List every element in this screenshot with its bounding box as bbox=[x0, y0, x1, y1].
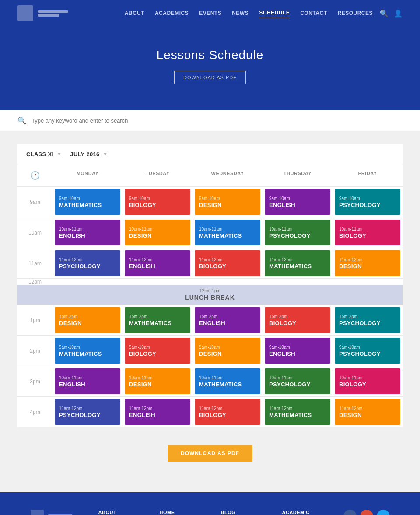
lesson-thu-1pm[interactable]: 1pm-2pm BIOLOGY bbox=[265, 307, 330, 333]
google-plus-icon[interactable]: g+ bbox=[360, 510, 373, 515]
lesson-mon-10am[interactable]: 10am-11am ENGLISH bbox=[55, 220, 120, 245]
filters-bar: CLASS XI ▼ JULY 2016 ▼ bbox=[18, 144, 402, 165]
search-icon[interactable]: 🔍 bbox=[380, 9, 388, 18]
nav-news[interactable]: NEWS bbox=[232, 8, 248, 18]
lesson-tue-1pm[interactable]: 1pm-2pm MATHEMATICS bbox=[125, 307, 190, 333]
schedule-row-lunch: 12pm 12pm-1pm LUNCH BREAK bbox=[18, 279, 402, 305]
cell-thu-9am: 9am-10am ENGLISH bbox=[262, 187, 332, 217]
cell-tue-9am: 9am-10am BIOLOGY bbox=[122, 187, 192, 217]
footer-blog-title: BLOG bbox=[221, 510, 265, 515]
schedule-row-4pm: 4pm 11am-12pm PSYCHOLOGY 11am-12pm ENGLI… bbox=[18, 397, 402, 427]
lesson-fri-2pm[interactable]: 9am-10am PSYCHOLOGY bbox=[335, 338, 400, 364]
twitter-icon[interactable]: t bbox=[377, 510, 390, 515]
cell-tue-4pm: 11am-12pm ENGLISH bbox=[122, 397, 192, 427]
nav-resources[interactable]: RESOURCES bbox=[337, 8, 373, 18]
lesson-mon-11am[interactable]: 11am-12pm PSYCHOLOGY bbox=[55, 250, 120, 276]
cell-wed-11am: 11am-12pm BIOLOGY bbox=[192, 248, 262, 278]
time-2pm: 2pm bbox=[18, 336, 52, 366]
wednesday-header: WEDNESDAY bbox=[192, 165, 262, 187]
time-11am: 11am bbox=[18, 248, 52, 278]
lesson-tue-4pm[interactable]: 11am-12pm ENGLISH bbox=[125, 399, 190, 425]
cell-wed-9am: 9am-10am DESIGN bbox=[192, 187, 262, 217]
lesson-fri-9am[interactable]: 9am-10am PSYCHOLOGY bbox=[335, 189, 400, 215]
lesson-mon-2pm[interactable]: 9am-10am MATHEMATICS bbox=[55, 338, 120, 364]
lesson-fri-3pm[interactable]: 10am-11am BIOLOGY bbox=[335, 368, 400, 394]
lesson-tue-11am[interactable]: 11am-12pm ENGLISH bbox=[125, 250, 190, 276]
cell-mon-4pm: 11am-12pm PSYCHOLOGY bbox=[52, 397, 122, 427]
cell-tue-2pm: 9am-10am BIOLOGY bbox=[122, 336, 192, 366]
lesson-thu-11am[interactable]: 11am-12pm MATHEMATICS bbox=[265, 250, 330, 276]
cell-wed-3pm: 10am-11am MATHEMATICS bbox=[192, 366, 262, 396]
nav-events[interactable]: EVENTS bbox=[199, 8, 221, 18]
cell-mon-2pm: 9am-10am MATHEMATICS bbox=[52, 336, 122, 366]
lesson-thu-9am[interactable]: 9am-10am ENGLISH bbox=[265, 189, 330, 215]
cell-fri-4pm: 11am-12pm DESIGN bbox=[332, 397, 402, 427]
site-footer: ABOUT CONTACT US LOCATION HOME STUDENTS … bbox=[0, 492, 420, 515]
lesson-fri-1pm[interactable]: 1pm-2pm PSYCHOLOGY bbox=[335, 307, 400, 333]
lesson-tue-2pm[interactable]: 9am-10am BIOLOGY bbox=[125, 338, 190, 364]
lesson-tue-9am[interactable]: 9am-10am BIOLOGY bbox=[125, 189, 190, 215]
user-icon[interactable]: 👤 bbox=[394, 9, 402, 18]
cell-fri-1pm: 1pm-2pm PSYCHOLOGY bbox=[332, 305, 402, 335]
hero-download-button[interactable]: DOWNLOAD AS PDF bbox=[174, 71, 246, 84]
lesson-thu-2pm[interactable]: 9am-10am ENGLISH bbox=[265, 338, 330, 364]
download-pdf-button[interactable]: DOWNLOAD AS PDF bbox=[168, 445, 252, 462]
class-filter[interactable]: CLASS XI ▼ bbox=[26, 151, 62, 158]
time-10am: 10am bbox=[18, 217, 52, 248]
nav-academics[interactable]: ACADEMICS bbox=[155, 8, 189, 18]
month-filter[interactable]: JULY 2016 ▼ bbox=[70, 151, 108, 158]
footer-col-home: HOME STUDENTS TEACHERS bbox=[160, 510, 203, 515]
facebook-icon[interactable]: f bbox=[343, 510, 357, 515]
nav-contact[interactable]: CONTACT bbox=[300, 8, 327, 18]
cell-thu-10am: 10am-11am PSYCHOLOGY bbox=[262, 217, 332, 248]
lesson-wed-10am[interactable]: 10am-11am MATHEMATICS bbox=[195, 220, 260, 245]
lesson-wed-1pm[interactable]: 1pm-2pm ENGLISH bbox=[195, 307, 260, 333]
lesson-fri-10am[interactable]: 10am-11am BIOLOGY bbox=[335, 220, 400, 245]
lunch-time-range: 12pm-1pm bbox=[200, 288, 220, 293]
schedule-row-2pm: 2pm 9am-10am MATHEMATICS 9am-10am BIOLOG… bbox=[18, 336, 402, 366]
nav-schedule[interactable]: SCHEDULE bbox=[259, 8, 290, 18]
lesson-wed-11am[interactable]: 11am-12pm BIOLOGY bbox=[195, 250, 260, 276]
lesson-thu-4pm[interactable]: 11am-12pm MATHEMATICS bbox=[265, 399, 330, 425]
lesson-tue-10am[interactable]: 10am-11am DESIGN bbox=[125, 220, 190, 245]
lesson-mon-9am[interactable]: 9am-10am MATHEMATICS bbox=[55, 189, 120, 215]
lesson-thu-10am[interactable]: 10am-11am PSYCHOLOGY bbox=[265, 220, 330, 245]
main-content: CLASS XI ▼ JULY 2016 ▼ 🕐 MONDAY TUESDAY … bbox=[0, 131, 420, 492]
cell-tue-3pm: 10am-11am DESIGN bbox=[122, 366, 192, 396]
cell-wed-1pm: 1pm-2pm ENGLISH bbox=[192, 305, 262, 335]
nav-about[interactable]: ABOUT bbox=[125, 8, 144, 18]
lesson-mon-4pm[interactable]: 11am-12pm PSYCHOLOGY bbox=[55, 399, 120, 425]
cell-fri-2pm: 9am-10am PSYCHOLOGY bbox=[332, 336, 402, 366]
lesson-wed-9am[interactable]: 9am-10am DESIGN bbox=[195, 189, 260, 215]
cell-mon-9am: 9am-10am MATHEMATICS bbox=[52, 187, 122, 217]
schedule-row-9am: 9am 9am-10am MATHEMATICS 9am-10am BIOLOG… bbox=[18, 187, 402, 217]
lesson-wed-4pm[interactable]: 11am-12pm BIOLOGY bbox=[195, 399, 260, 425]
cell-thu-4pm: 11am-12pm MATHEMATICS bbox=[262, 397, 332, 427]
cell-tue-11am: 11am-12pm ENGLISH bbox=[122, 248, 192, 278]
cell-tue-1pm: 1pm-2pm MATHEMATICS bbox=[122, 305, 192, 335]
lesson-thu-3pm[interactable]: 10am-11am PSYCHOLOGY bbox=[265, 368, 330, 394]
schedule-row-11am: 11am 11am-12pm PSYCHOLOGY 11am-12pm ENGL… bbox=[18, 248, 402, 279]
lesson-fri-4pm[interactable]: 11am-12pm DESIGN bbox=[335, 399, 400, 425]
time-column-header: 🕐 bbox=[18, 165, 52, 187]
lesson-mon-1pm[interactable]: 1pm-2pm DESIGN bbox=[55, 307, 120, 333]
lesson-wed-3pm[interactable]: 10am-11am MATHEMATICS bbox=[195, 368, 260, 394]
cell-fri-11am: 11am-12pm DESIGN bbox=[332, 248, 402, 278]
logo[interactable] bbox=[18, 5, 68, 21]
month-filter-arrow: ▼ bbox=[103, 152, 108, 157]
search-input[interactable] bbox=[32, 117, 402, 124]
clock-icon: 🕐 bbox=[30, 171, 40, 180]
lesson-tue-3pm[interactable]: 10am-11am DESIGN bbox=[125, 368, 190, 394]
lesson-wed-2pm[interactable]: 9am-10am DESIGN bbox=[195, 338, 260, 364]
hero-title: Lessons Schedule bbox=[9, 48, 411, 62]
monday-header: MONDAY bbox=[52, 165, 122, 187]
hero-section: Lessons Schedule DOWNLOAD AS PDF bbox=[0, 26, 420, 110]
schedule-table: 🕐 MONDAY TUESDAY WEDNESDAY THURSDAY FRID… bbox=[18, 165, 402, 427]
lesson-mon-3pm[interactable]: 10am-11am ENGLISH bbox=[55, 368, 120, 394]
lunch-break: 12pm-1pm LUNCH BREAK bbox=[18, 285, 402, 305]
lesson-fri-11am[interactable]: 11am-12pm DESIGN bbox=[335, 250, 400, 276]
cell-mon-1pm: 1pm-2pm DESIGN bbox=[52, 305, 122, 335]
footer-inner: ABOUT CONTACT US LOCATION HOME STUDENTS … bbox=[18, 510, 402, 515]
friday-header: FRIDAY bbox=[332, 165, 402, 187]
logo-text bbox=[38, 10, 68, 17]
